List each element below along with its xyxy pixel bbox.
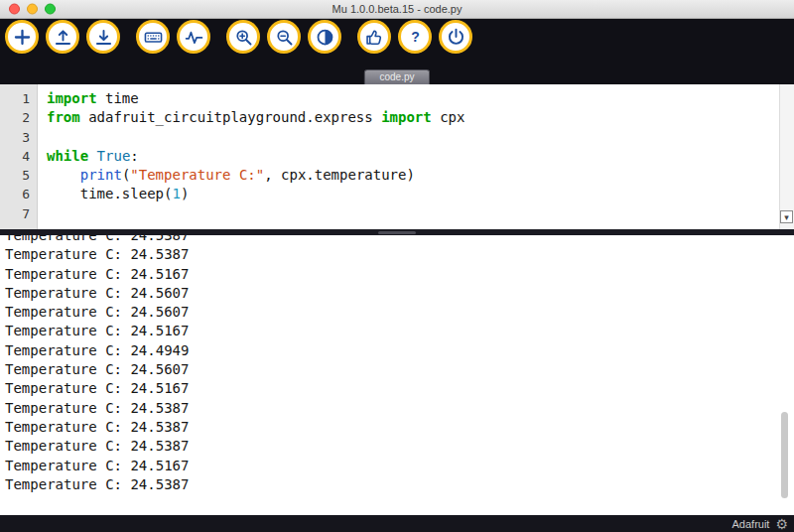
new-icon	[12, 27, 33, 48]
code-line: print("Temperature C:", cpx.temperature)	[47, 166, 794, 185]
status-bar: Adafruit ⚙	[0, 515, 794, 532]
load-button[interactable]	[46, 20, 79, 54]
plotter-button[interactable]	[177, 20, 210, 54]
splitter-handle[interactable]	[378, 231, 416, 234]
mode-label: Adafruit	[732, 518, 770, 530]
code-line: from adafruit_circuitplayground.express …	[47, 108, 794, 127]
editor-code[interactable]: import timefrom adafruit_circuitplaygrou…	[38, 84, 794, 229]
serial-line: Temperature C: 24.5167	[5, 379, 794, 398]
code-line	[47, 204, 794, 223]
code-editor[interactable]: 1234567 import timefrom adafruit_circuit…	[0, 84, 794, 229]
serial-line: Temperature C: 24.5607	[5, 303, 794, 322]
quit-button[interactable]	[439, 20, 472, 54]
editor-scrollbar[interactable]: ▾	[779, 84, 794, 229]
code-line: while True:	[47, 147, 794, 166]
serial-line: Temperature C: 24.4949	[5, 341, 794, 360]
serial-line: Temperature C: 24.5167	[5, 265, 794, 284]
code-line: time.sleep(1)	[47, 185, 794, 203]
svg-text:?: ?	[411, 29, 420, 45]
serial-line: Temperature C: 24.5167	[5, 457, 794, 475]
load-icon	[53, 27, 73, 48]
serial-line: Temperature C: 24.5167	[5, 322, 794, 340]
serial-output: Temperature C: 24.5387Temperature C: 24.…	[0, 235, 794, 494]
line-number: 6	[0, 185, 30, 203]
serial-button[interactable]	[136, 20, 170, 54]
code-line: import time	[47, 89, 794, 108]
theme-icon	[315, 27, 335, 48]
line-number: 5	[0, 166, 30, 185]
scroll-down-button[interactable]: ▾	[780, 210, 793, 223]
serial-line: Temperature C: 24.5607	[5, 360, 794, 379]
serial-line: Temperature C: 24.5387	[5, 245, 794, 264]
check-icon	[364, 27, 385, 48]
quit-icon	[446, 27, 466, 48]
toolbar: ? code.py	[0, 19, 794, 84]
serial-line: Temperature C: 24.5387	[5, 399, 794, 418]
save-icon	[93, 27, 114, 48]
help-button[interactable]: ?	[398, 20, 432, 54]
plotter-icon	[184, 27, 204, 48]
line-number: 4	[0, 147, 30, 166]
maximize-button[interactable]	[45, 4, 56, 15]
line-number: 1	[0, 89, 30, 108]
line-number: 2	[0, 108, 30, 127]
toolbar-buttons: ?	[0, 19, 794, 54]
titlebar: Mu 1.0.0.beta.15 - code.py	[0, 0, 794, 19]
new-button[interactable]	[5, 20, 39, 54]
serial-scrollbar-thumb[interactable]	[781, 412, 788, 498]
minimize-button[interactable]	[27, 4, 38, 15]
theme-button[interactable]	[308, 20, 341, 54]
zoom-out-icon	[274, 27, 295, 48]
serial-console[interactable]: Temperature C: 24.5387Temperature C: 24.…	[0, 235, 794, 515]
code-line	[47, 128, 794, 147]
line-number: 7	[0, 204, 30, 223]
check-button[interactable]	[357, 20, 391, 54]
window-title: Mu 1.0.0.beta.15 - code.py	[332, 3, 463, 15]
serial-line: Temperature C: 24.5387	[5, 475, 794, 494]
gear-icon[interactable]: ⚙	[775, 517, 788, 531]
save-button[interactable]	[86, 20, 120, 54]
close-button[interactable]	[9, 4, 20, 15]
zoom-in-button[interactable]	[226, 20, 260, 54]
serial-line: Temperature C: 24.5387	[5, 235, 794, 245]
line-number: 3	[0, 128, 30, 147]
mu-window: Mu 1.0.0.beta.15 - code.py ? code.py 123…	[0, 0, 794, 532]
tab-code-py[interactable]: code.py	[363, 69, 430, 84]
traffic-lights	[9, 4, 56, 15]
serial-line: Temperature C: 24.5387	[5, 437, 794, 456]
editor-gutter: 1234567	[0, 84, 38, 229]
help-icon: ?	[405, 27, 426, 48]
serial-line: Temperature C: 24.5387	[5, 418, 794, 437]
serial-line: Temperature C: 24.5607	[5, 284, 794, 303]
zoom-out-button[interactable]	[267, 20, 301, 54]
zoom-in-icon	[233, 27, 254, 48]
serial-icon	[143, 27, 164, 48]
